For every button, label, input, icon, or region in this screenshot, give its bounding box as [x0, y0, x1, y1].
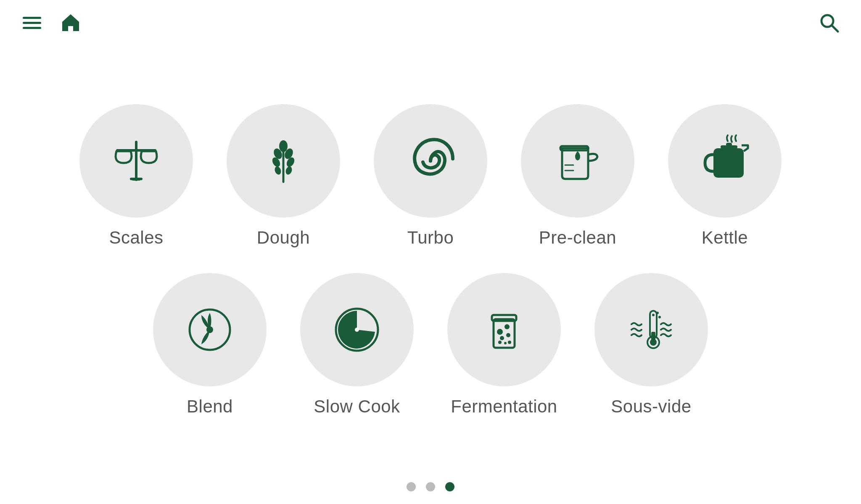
blend-item[interactable]: Blend	[153, 273, 267, 417]
slow-cook-label: Slow Cook	[314, 396, 400, 417]
dough-circle	[227, 104, 340, 218]
svg-point-15	[274, 165, 282, 176]
hamburger-button[interactable]	[21, 12, 43, 35]
grid-row-1: Scales Dough	[79, 104, 782, 248]
home-button[interactable]	[60, 12, 82, 35]
scales-label: Scales	[109, 228, 163, 248]
pre-clean-item[interactable]: Pre-clean	[521, 104, 634, 248]
pagination-dot-1[interactable]	[407, 482, 416, 491]
pagination-dot-3[interactable]	[445, 482, 454, 491]
svg-rect-2	[23, 27, 41, 29]
pre-clean-circle	[521, 104, 634, 218]
sous-vide-label: Sous-vide	[611, 396, 691, 417]
svg-point-42	[658, 316, 661, 318]
sous-vide-icon	[624, 302, 679, 357]
header	[0, 0, 861, 47]
svg-rect-20	[713, 148, 744, 178]
fermentation-circle	[447, 273, 561, 386]
svg-line-4	[832, 25, 838, 32]
kettle-item[interactable]: Kettle	[668, 104, 782, 248]
pagination	[0, 482, 861, 491]
slow-cook-circle	[300, 273, 414, 386]
svg-rect-1	[23, 22, 41, 24]
svg-rect-27	[494, 319, 515, 348]
svg-point-26	[355, 328, 359, 332]
fermentation-icon	[477, 302, 531, 357]
svg-point-40	[652, 314, 655, 316]
kettle-icon	[697, 134, 752, 188]
turbo-icon	[403, 134, 458, 188]
hamburger-icon	[21, 12, 43, 35]
svg-point-31	[500, 336, 504, 340]
pre-clean-label: Pre-clean	[539, 228, 616, 248]
scales-circle	[79, 104, 193, 218]
header-left	[21, 12, 82, 35]
svg-point-39	[650, 339, 657, 346]
turbo-label: Turbo	[407, 228, 454, 248]
dough-label: Dough	[257, 228, 310, 248]
svg-point-34	[508, 341, 511, 344]
svg-rect-22	[726, 143, 732, 146]
home-icon	[60, 12, 82, 35]
svg-point-16	[285, 165, 293, 176]
sous-vide-item[interactable]: Sous-vide	[594, 273, 708, 417]
slow-cook-icon	[330, 302, 384, 357]
svg-point-41	[656, 312, 659, 314]
search-icon	[818, 12, 840, 35]
blend-icon	[182, 302, 237, 357]
blend-label: Blend	[187, 396, 233, 417]
sous-vide-circle	[594, 273, 708, 386]
svg-rect-8	[132, 179, 140, 181]
turbo-circle	[374, 104, 487, 218]
dough-item[interactable]: Dough	[227, 104, 340, 248]
svg-point-29	[497, 329, 503, 335]
svg-point-24	[206, 326, 213, 333]
kettle-circle	[668, 104, 782, 218]
blend-circle	[153, 273, 267, 386]
scales-item[interactable]: Scales	[79, 104, 193, 248]
fermentation-item[interactable]: Fermentation	[447, 273, 561, 417]
main-content: Scales Dough	[0, 50, 861, 470]
grid-row-2: Blend Slow Cook	[153, 273, 708, 417]
turbo-item[interactable]: Turbo	[374, 104, 487, 248]
pre-clean-icon	[550, 134, 605, 188]
pagination-dot-2[interactable]	[426, 482, 435, 491]
svg-point-32	[506, 333, 510, 337]
search-button[interactable]	[818, 12, 840, 35]
scales-icon	[109, 134, 164, 188]
svg-point-30	[504, 324, 510, 329]
dough-icon	[256, 134, 311, 188]
svg-rect-0	[23, 17, 41, 19]
svg-point-10	[279, 140, 288, 152]
fermentation-label: Fermentation	[451, 396, 557, 417]
kettle-label: Kettle	[702, 228, 748, 248]
svg-rect-28	[492, 315, 516, 321]
svg-point-33	[498, 341, 502, 344]
svg-point-35	[504, 342, 507, 344]
slow-cook-item[interactable]: Slow Cook	[300, 273, 414, 417]
